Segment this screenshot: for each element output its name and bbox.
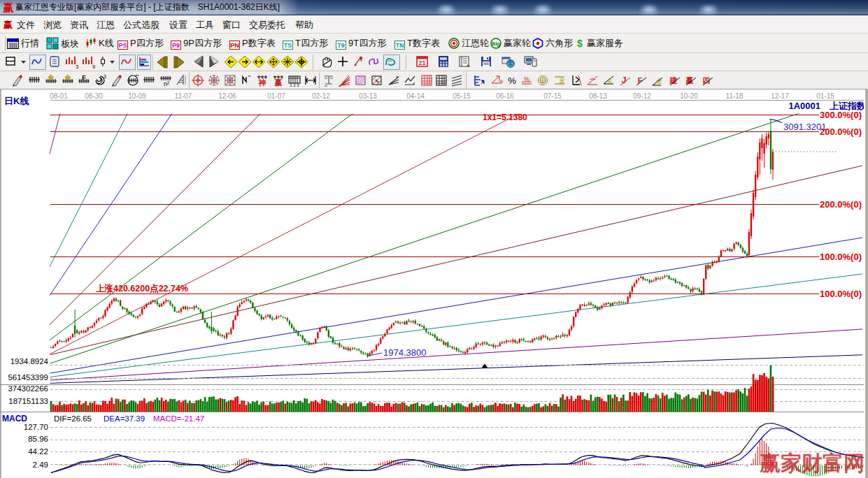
svg-text:日K线: 日K线 (4, 96, 29, 106)
svg-text:金: 金 (64, 74, 72, 81)
svg-text:1934.8924: 1934.8924 (10, 357, 49, 365)
svg-text:09-12: 09-12 (633, 92, 651, 100)
svg-text:04-14: 04-14 (406, 92, 425, 100)
svg-text:100.0%(0): 100.0%(0) (820, 289, 862, 299)
svg-text:3: 3 (76, 64, 78, 69)
svg-text:9: 9 (92, 64, 95, 69)
svg-text:100.0%(0): 100.0%(0) (820, 252, 862, 262)
svg-text:127.70: 127.70 (24, 423, 48, 431)
svg-text:Big: Big (492, 41, 499, 47)
svg-text:08-13: 08-13 (589, 92, 607, 100)
svg-text:01-07: 01-07 (267, 92, 285, 100)
svg-text:赢: 赢 (274, 78, 283, 87)
svg-text:DEA=37.39: DEA=37.39 (104, 414, 145, 423)
svg-text:21: 21 (418, 59, 425, 66)
svg-text:08-01: 08-01 (50, 92, 68, 100)
svg-text:300.0%(0): 300.0%(0) (820, 110, 862, 120)
svg-text:1 2 3: 1 2 3 (290, 83, 299, 87)
svg-text:1x1=5.1380: 1x1=5.1380 (483, 113, 527, 122)
svg-text:": " (248, 74, 250, 81)
svg-text:374302266: 374302266 (8, 384, 48, 393)
svg-text:10-20: 10-20 (680, 92, 698, 100)
svg-text:F: F (638, 76, 643, 85)
svg-text:上涨420.6200点22.74%: 上涨420.6200点22.74% (96, 284, 188, 294)
svg-text:07-15: 07-15 (543, 92, 562, 100)
svg-text:%: % (524, 75, 529, 82)
svg-text:06-16: 06-16 (496, 92, 514, 100)
svg-text:01-15: 01-15 (816, 92, 834, 100)
svg-text:85.96: 85.96 (28, 435, 48, 443)
svg-text:05-15: 05-15 (453, 92, 471, 100)
svg-text:DIF=26.65: DIF=26.65 (54, 414, 92, 423)
svg-text:11-07: 11-07 (175, 92, 192, 100)
svg-text:10-09: 10-09 (128, 92, 146, 100)
svg-text:金: 金 (559, 77, 565, 84)
svg-text:1974.3800: 1974.3800 (383, 347, 426, 358)
svg-text:187151133: 187151133 (8, 397, 48, 405)
svg-text:3: 3 (104, 74, 106, 79)
svg-text:金: 金 (48, 74, 55, 81)
svg-text:12-17: 12-17 (771, 92, 789, 100)
svg-text:赢家财富网: 赢家财富网 (759, 451, 864, 475)
svg-text:03-13: 03-13 (359, 92, 377, 100)
svg-text:MACD: MACD (2, 414, 27, 423)
svg-text:02-12: 02-12 (312, 92, 330, 100)
svg-text:%: % (499, 79, 503, 84)
svg-text:2.49: 2.49 (33, 461, 48, 469)
svg-text:MACD=-21.47: MACD=-21.47 (153, 414, 204, 423)
svg-text:200.0%(0): 200.0%(0) (820, 199, 862, 210)
svg-text:$: $ (577, 38, 583, 49)
svg-text:%: % (508, 75, 516, 86)
svg-text:200.0%(0): 200.0%(0) (820, 126, 862, 137)
svg-text:F: F (82, 74, 86, 81)
svg-text:n²: n² (164, 80, 169, 87)
svg-text:金: 金 (541, 78, 546, 83)
svg-text:44.22: 44.22 (28, 447, 48, 456)
svg-text:11-18: 11-18 (726, 92, 744, 100)
svg-text:金: 金 (606, 78, 613, 84)
svg-text:08-30: 08-30 (85, 92, 103, 100)
svg-text:561453399: 561453399 (8, 373, 48, 382)
svg-text:神: 神 (258, 78, 266, 87)
svg-text:12-06: 12-06 (218, 92, 236, 100)
